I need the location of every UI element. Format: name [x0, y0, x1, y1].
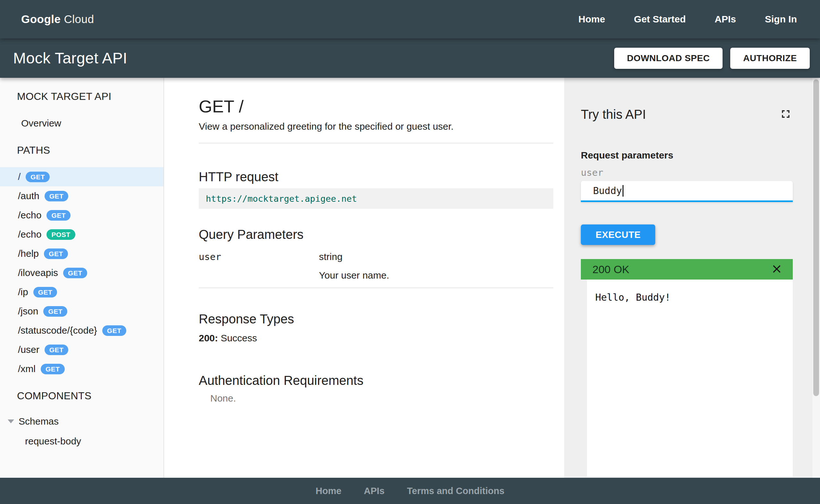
logo-google-text: Google: [21, 13, 61, 26]
sidebar-item-ip-get[interactable]: /ip GET: [0, 282, 163, 302]
sidebar-item-help-get[interactable]: /help GET: [0, 244, 163, 263]
method-badge-get: GET: [45, 345, 69, 355]
response-body-text: Hello, Buddy!: [595, 292, 671, 303]
method-badge-get: GET: [45, 191, 69, 201]
divider: [199, 143, 553, 143]
sidebar-item-echo-post[interactable]: /echo POST: [0, 225, 163, 244]
http-request-heading: HTTP request: [199, 169, 553, 184]
response-types-heading: Response Types: [199, 311, 553, 327]
sidebar: MOCK TARGET API Overview PATHS / GET /au…: [0, 78, 164, 478]
method-badge-get: GET: [43, 306, 67, 317]
content-area: MOCK TARGET API Overview PATHS / GET /au…: [0, 78, 820, 478]
fullscreen-icon[interactable]: [779, 107, 793, 121]
google-cloud-logo[interactable]: Google Cloud: [21, 13, 94, 26]
user-input[interactable]: Buddy: [581, 181, 793, 202]
sidebar-api-title: MOCK TARGET API: [0, 91, 163, 102]
method-badge-get: GET: [26, 172, 50, 182]
scrollbar-track: [812, 78, 820, 478]
sidebar-item-overview[interactable]: Overview: [0, 117, 163, 130]
param-type: string: [319, 251, 342, 263]
response-status: 200 OK: [592, 263, 629, 276]
sidebar-item-echo-get[interactable]: /echo GET: [0, 206, 163, 225]
param-name: user: [199, 251, 319, 263]
footer-link-home[interactable]: Home: [316, 486, 341, 496]
user-field-label: user: [581, 167, 793, 178]
sidebar-item-json-get[interactable]: /json GET: [0, 302, 163, 321]
text-cursor: [623, 185, 624, 197]
sidebar-item-schemas[interactable]: Schemas: [0, 415, 163, 428]
response-label: Success: [221, 333, 257, 343]
http-request-url-box: https://mocktarget.apigee.net: [199, 188, 553, 209]
response-code: 200:: [199, 333, 218, 343]
response-type-row: 200: Success: [199, 332, 553, 344]
topnav-links: Home Get Started APIs Sign In: [578, 14, 797, 25]
download-spec-button[interactable]: DOWNLOAD SPEC: [614, 48, 723, 69]
scrollbar-thumb[interactable]: [813, 79, 819, 396]
operation-detail: GET / View a personalized greeting for t…: [164, 78, 564, 478]
close-icon[interactable]: [770, 262, 784, 276]
try-panel-header: Try this API: [581, 107, 793, 122]
footer-link-terms[interactable]: Terms and Conditions: [407, 486, 504, 496]
method-badge-get: GET: [63, 268, 87, 278]
auth-requirements-heading: Authentication Requirements: [199, 373, 553, 388]
method-badge-post: POST: [46, 229, 75, 240]
logo-cloud-text: Cloud: [64, 13, 94, 26]
param-description: Your user name.: [199, 270, 553, 281]
execute-button[interactable]: EXECUTE: [581, 224, 655, 245]
request-parameters-label: Request parameters: [581, 150, 793, 161]
footer: Home APIs Terms and Conditions: [0, 478, 820, 504]
method-badge-get: GET: [41, 364, 65, 374]
nav-link-apis[interactable]: APIs: [715, 14, 736, 25]
sidebar-path-list: / GET /auth GET /echo GET /echo POST /he…: [0, 167, 163, 378]
hero-actions: DOWNLOAD SPEC AUTHORIZE: [614, 48, 810, 69]
query-params-heading: Query Parameters: [199, 227, 553, 242]
auth-requirements-value: None.: [199, 393, 553, 404]
divider: [199, 288, 553, 288]
nav-link-get-started[interactable]: Get Started: [634, 14, 686, 25]
chevron-down-icon: [8, 419, 14, 423]
sidebar-item-auth-get[interactable]: /auth GET: [0, 186, 163, 206]
top-navbar: Google Cloud Home Get Started APIs Sign …: [0, 0, 820, 38]
operation-title: GET /: [199, 96, 553, 117]
method-badge-get: GET: [46, 210, 70, 221]
sidebar-item-statuscode-get[interactable]: /statuscode/{code} GET: [0, 321, 163, 340]
sidebar-components-header: COMPONENTS: [0, 390, 163, 402]
param-row: user string: [199, 251, 553, 263]
sidebar-paths-header: PATHS: [0, 144, 163, 156]
response-status-bar: 200 OK: [581, 259, 793, 280]
sidebar-item-user-get[interactable]: /user GET: [0, 340, 163, 359]
request-url: https://mocktarget.apigee.net: [206, 194, 357, 204]
api-title-bar: Mock Target API DOWNLOAD SPEC AUTHORIZE: [0, 38, 820, 78]
method-badge-get: GET: [44, 248, 68, 259]
sidebar-item-request-body[interactable]: request-body: [0, 435, 163, 448]
footer-link-apis[interactable]: APIs: [364, 486, 384, 496]
api-title: Mock Target API: [13, 49, 127, 67]
nav-link-home[interactable]: Home: [578, 14, 605, 25]
nav-link-sign-in[interactable]: Sign In: [765, 14, 797, 25]
sidebar-item-root-get[interactable]: / GET: [0, 167, 163, 186]
authorize-button[interactable]: AUTHORIZE: [730, 48, 810, 69]
sidebar-item-xml-get[interactable]: /xml GET: [0, 359, 163, 378]
method-badge-get: GET: [33, 287, 57, 297]
try-this-api-panel: Try this API Request parameters user Bud…: [564, 78, 820, 478]
try-panel-title: Try this API: [581, 107, 646, 122]
response-body: Hello, Buddy!: [587, 280, 793, 477]
user-input-value: Buddy: [593, 185, 622, 196]
sidebar-item-iloveapis-get[interactable]: /iloveapis GET: [0, 263, 163, 282]
method-badge-get: GET: [102, 325, 126, 336]
response-card: 200 OK Hello, Buddy!: [581, 259, 793, 477]
operation-description: View a personalized greeting for the spe…: [199, 120, 553, 133]
